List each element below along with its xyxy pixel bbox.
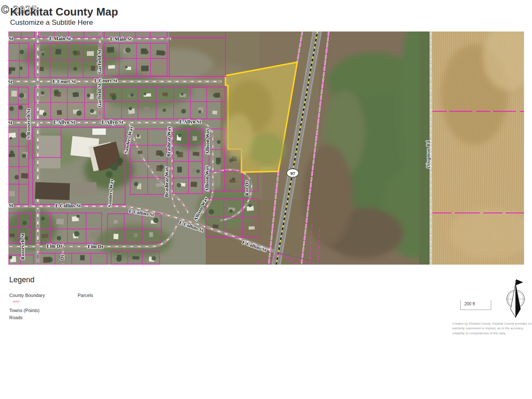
legend-title: Legend bbox=[9, 276, 34, 284]
highway-97-shield: 97 bbox=[287, 169, 299, 178]
street-label: Elm Dr bbox=[88, 244, 104, 249]
street-label: Dr bbox=[60, 254, 65, 260]
legend-item-towns: Towns (Points) bbox=[9, 308, 39, 313]
street-label: E Allyn St bbox=[102, 120, 123, 125]
map-graphics bbox=[8, 32, 524, 265]
street-label: E Main St bbox=[110, 37, 132, 42]
street-label: Garfield St bbox=[97, 50, 102, 74]
north-arrow-icon bbox=[499, 277, 532, 319]
street-label: E Main St bbox=[49, 36, 71, 41]
street-label: E Court St bbox=[52, 79, 76, 84]
street-label: Elm Dr bbox=[47, 244, 63, 249]
street-label: St bbox=[8, 120, 12, 125]
street-label: E Allyn St bbox=[179, 119, 201, 124]
street-label: Allison Way bbox=[205, 129, 210, 155]
street-label: Brashear Way bbox=[166, 126, 171, 157]
disclaimer-line: reliability or completeness of this data… bbox=[452, 331, 532, 336]
street-label: Roe Dr bbox=[244, 181, 249, 196]
print-layout-page: © 2025 Klickitat County Map Customize a … bbox=[0, 0, 532, 399]
scale-bar: 200 ft bbox=[460, 300, 491, 310]
county-boundary-swatch bbox=[13, 301, 20, 302]
street-label: St bbox=[8, 79, 12, 84]
street-label: S Roosevelt St bbox=[26, 109, 31, 139]
street-label: Dingmon Rd bbox=[425, 141, 432, 168]
legend-item-roads: Roads bbox=[9, 315, 23, 320]
disclaimer-line: Created by Klickitat County. Klickitat C… bbox=[452, 321, 532, 326]
street-label: E Court St bbox=[94, 78, 117, 83]
highway-97-shield-number: 97 bbox=[291, 171, 295, 176]
scale-bar-label: 200 ft bbox=[464, 302, 475, 306]
street-label: Garfield St bbox=[97, 84, 102, 108]
street-label: Brashear Way bbox=[164, 167, 169, 197]
map-subtitle: Customize a Subtitle Here bbox=[10, 18, 93, 27]
legend-item-county-boundary: County Boundary bbox=[9, 293, 45, 298]
street-label: Roosevelt St bbox=[20, 234, 25, 260]
disclaimer-line: warranty, expressed or implied, as to th… bbox=[452, 326, 532, 331]
disclaimer: Created by Klickitat County. Klickitat C… bbox=[452, 321, 532, 336]
street-label: E Collins St bbox=[55, 203, 81, 208]
map-canvas[interactable]: StE Main StE Main StGarfield StGarfield … bbox=[8, 32, 524, 265]
street-label: Allison Way bbox=[204, 165, 210, 192]
street-label: St bbox=[9, 203, 13, 208]
street-label: St bbox=[9, 36, 13, 41]
legend-item-parcels: Parcels bbox=[78, 293, 93, 298]
copyright-watermark: © 2025 bbox=[1, 3, 37, 16]
street-label: E Allyn St bbox=[53, 120, 75, 125]
